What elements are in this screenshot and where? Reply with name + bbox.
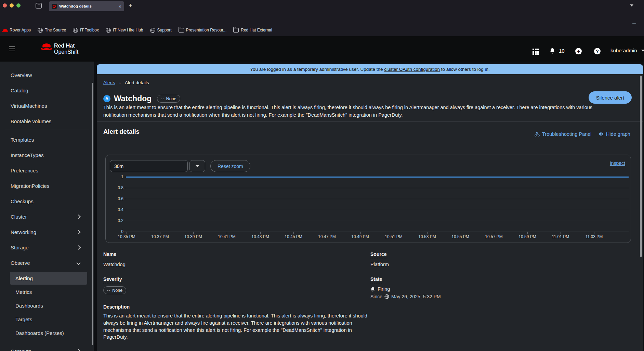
x-axis-ticks: [127, 232, 598, 234]
page-scrollbar[interactable]: [640, 76, 642, 257]
description-label: Description: [103, 304, 130, 310]
severity-label[interactable]: Severity: [103, 276, 122, 283]
reset-zoom-button[interactable]: Reset zoom: [210, 160, 250, 172]
graph-card: Reset zoom Inspect 1 0.8 0.6 0.4 0.2 0 1…: [105, 155, 631, 243]
sidebar-divider: [5, 130, 89, 130]
sidebar-item-migrationpolicies[interactable]: MigrationPolicies: [0, 183, 94, 189]
window-minimize-button[interactable]: [10, 3, 14, 8]
all-tabs-chevron-icon[interactable]: [630, 4, 633, 6]
app-launcher-icon[interactable]: [533, 49, 539, 55]
banner-text: You are logged in as a temporary adminis…: [250, 67, 489, 72]
sidebar-item-overview[interactable]: Overview: [0, 72, 94, 78]
y-tick-label: 0: [106, 229, 123, 234]
sidebar-item-preferences[interactable]: Preferences: [0, 168, 94, 174]
tab-title: Watchdog details: [59, 4, 116, 8]
sidebar-item-bootable-volumes[interactable]: Bootable volumes: [0, 118, 94, 125]
bell-icon: [549, 48, 555, 54]
bookmark-support[interactable]: Support: [150, 28, 172, 33]
duration-dropdown-toggle[interactable]: [189, 160, 205, 172]
state-value: Firing: [370, 286, 390, 292]
chevron-down-icon: [76, 261, 81, 265]
x-tick-label: 10:49 PM: [351, 234, 369, 239]
chevron-right-icon: [76, 349, 81, 351]
bookmark-it-toolbox[interactable]: IT Toolbox: [73, 28, 99, 33]
globe-icon: [384, 294, 389, 299]
sidebar-item-observe[interactable]: Observe: [0, 260, 94, 266]
x-tick-label: 10:41 PM: [218, 234, 235, 239]
user-menu[interactable]: kube:admin: [610, 48, 644, 53]
state-since: Since May 26, 2025, 5:32 PM: [370, 294, 441, 299]
redhat-logo: [40, 42, 53, 51]
section-heading: Alert details: [103, 128, 140, 135]
sidebar-item-cluster[interactable]: Cluster: [0, 214, 94, 220]
sidebar-item-dashboards-perses[interactable]: Dashboards (Perses): [0, 330, 94, 336]
sidebar-scrollbar[interactable]: [92, 83, 93, 345]
bookmarks-bar: Rover Apps The Source IT Toolbox IT New …: [0, 24, 644, 36]
bookmark-presentation-resources[interactable]: Presentation Resour...: [179, 28, 227, 32]
troubleshooting-panel-link[interactable]: Troubleshooting Panel: [535, 131, 592, 137]
chevron-down-icon: [641, 50, 644, 52]
sidebar-item-templates[interactable]: Templates: [0, 137, 94, 143]
name-value: Watchdog: [103, 262, 126, 267]
state-label[interactable]: State: [370, 276, 382, 283]
breadcrumb: Alerts › Alert details: [103, 80, 149, 85]
severity-badge: -- None: [157, 95, 180, 103]
bookmark-red-hat-external[interactable]: Red Hat External: [233, 28, 272, 32]
bookmark-the-source[interactable]: The Source: [38, 28, 66, 33]
breadcrumb-separator: ›: [119, 81, 121, 85]
inspect-link[interactable]: Inspect: [610, 160, 625, 166]
sidebar-item-storage[interactable]: Storage: [0, 245, 94, 251]
name-label: Name: [103, 251, 116, 257]
x-tick-label: 10:57 PM: [485, 234, 502, 239]
sidebar-item-metrics[interactable]: Metrics: [0, 289, 94, 295]
bookmark-it-new-hire-hub[interactable]: IT New Hire Hub: [106, 28, 143, 33]
duration-input[interactable]: [110, 160, 188, 172]
gridline: [126, 188, 629, 188]
source-label[interactable]: Source: [370, 251, 386, 258]
sidebar-item-compute[interactable]: Compute: [0, 348, 94, 351]
sidebar-item-dashboards[interactable]: Dashboards: [0, 303, 94, 309]
hide-graph-link[interactable]: Hide graph: [599, 131, 630, 137]
globe-icon: [106, 28, 111, 33]
x-tick-label: 11:01 PM: [552, 234, 569, 239]
section-divider: [97, 121, 643, 121]
library-icon[interactable]: [36, 3, 42, 9]
window-close-button[interactable]: [3, 3, 7, 8]
oauth-config-link[interactable]: cluster OAuth configuration: [384, 67, 440, 72]
x-tick-label: 10:45 PM: [285, 234, 302, 239]
add-icon[interactable]: +: [575, 48, 582, 54]
tab-close-icon[interactable]: ×: [118, 4, 121, 9]
nav-toggle-hamburger-icon[interactable]: [9, 47, 15, 47]
openshift-favicon: [52, 4, 57, 9]
sidebar-item-instancetypes[interactable]: InstanceTypes: [0, 152, 94, 158]
silence-alert-button[interactable]: Silence alert: [589, 91, 632, 104]
globe-icon: [73, 28, 78, 33]
watchdog-series-line[interactable]: [126, 177, 629, 178]
new-tab-button[interactable]: +: [129, 2, 132, 9]
help-icon[interactable]: ?: [594, 48, 601, 54]
alert-summary: This is an alert meant to ensure that th…: [103, 104, 603, 119]
sidebar-item-networking[interactable]: Networking: [0, 229, 94, 235]
x-tick-label: 10:59 PM: [518, 234, 536, 239]
x-tick-label: 10:47 PM: [318, 234, 336, 239]
sidebar-item-alerting[interactable]: Alerting: [10, 272, 87, 285]
browser-tab[interactable]: Watchdog details ×: [49, 1, 124, 11]
sidebar-item-checkups[interactable]: Checkups: [0, 198, 94, 205]
x-tick-label: 10:37 PM: [151, 234, 169, 239]
sidebar-item-catalog[interactable]: Catalog: [0, 88, 94, 94]
sidebar-item-virtualmachines[interactable]: VirtualMachines: [0, 103, 94, 109]
sidebar-item-targets[interactable]: Targets: [0, 316, 94, 323]
alert-details-page: Alerts › Alert details A Watchdog -- Non…: [97, 74, 643, 351]
notifications-button[interactable]: 10: [549, 48, 565, 54]
bookmark-rover-apps[interactable]: Rover Apps: [3, 28, 31, 32]
folder-icon: [233, 28, 239, 32]
window-zoom-button[interactable]: [16, 3, 21, 8]
y-axis-ticks: [124, 177, 126, 232]
chevron-right-icon: [76, 230, 81, 234]
login-banner: You are logged in as a temporary adminis…: [97, 64, 643, 74]
chevron-down-icon: [196, 165, 199, 167]
severity-value-badge: -- None: [103, 286, 126, 294]
breadcrumb-alerts-link[interactable]: Alerts: [103, 80, 115, 85]
brand-text: Red HatOpenShift: [54, 43, 78, 55]
gridline: [126, 199, 629, 199]
